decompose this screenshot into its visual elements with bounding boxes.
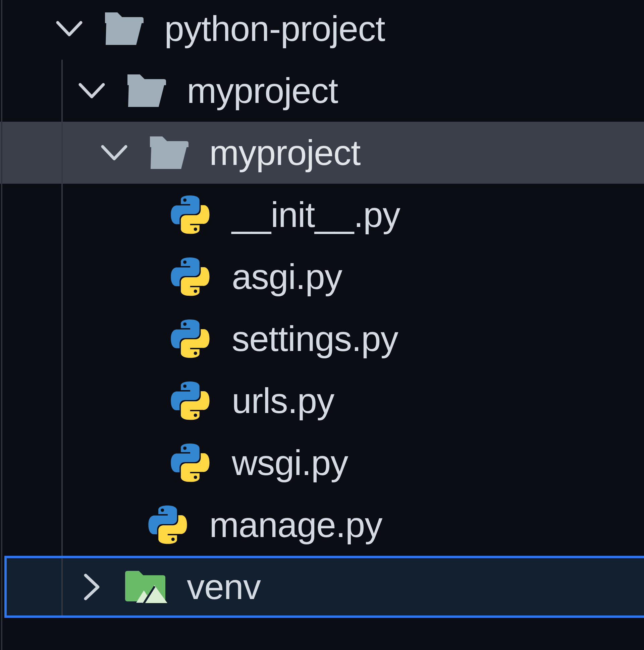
python-icon bbox=[169, 308, 211, 370]
chevron-down-icon[interactable] bbox=[100, 122, 128, 184]
tree-item-label: python-project bbox=[164, 8, 385, 49]
folder-open-icon bbox=[146, 122, 189, 184]
python-icon bbox=[169, 432, 211, 494]
tree-item-label: __init__.py bbox=[232, 194, 400, 235]
python-glyph bbox=[171, 257, 210, 296]
chevron-right-icon[interactable] bbox=[78, 556, 106, 618]
tree-item-label: myproject bbox=[187, 70, 338, 111]
indent-spacer bbox=[123, 370, 150, 432]
folder-open-glyph bbox=[146, 136, 189, 170]
folder-open-glyph bbox=[124, 74, 166, 108]
chevron-down-icon[interactable] bbox=[78, 60, 106, 122]
indent-spacer bbox=[123, 246, 150, 308]
python-icon bbox=[146, 494, 189, 556]
tree-row-manage.py[interactable]: manage.py bbox=[0, 494, 644, 556]
tree-item-label: settings.py bbox=[232, 319, 398, 359]
indent-spacer bbox=[123, 432, 150, 494]
indent-spacer bbox=[123, 184, 150, 246]
python-glyph bbox=[148, 506, 187, 544]
tree-row-urls.py[interactable]: urls.py bbox=[0, 370, 644, 432]
tree-row-settings.py[interactable]: settings.py bbox=[0, 308, 644, 370]
tree-row-asgi.py[interactable]: asgi.py bbox=[0, 246, 644, 308]
tree-item-label: manage.py bbox=[209, 505, 382, 545]
tree-row-python-project[interactable]: python-project bbox=[0, 0, 644, 60]
tree-row-wsgi.py[interactable]: wsgi.py bbox=[0, 432, 644, 494]
file-explorer-panel: python-project myproject myproject __ini… bbox=[0, 0, 644, 650]
sidebar-left-border bbox=[1, 0, 2, 650]
python-glyph bbox=[171, 443, 210, 482]
tree-item-label: urls.py bbox=[232, 381, 334, 421]
indent-spacer bbox=[123, 308, 150, 370]
python-glyph bbox=[171, 195, 210, 234]
folder-open-glyph bbox=[102, 12, 143, 46]
tree-row-__init__.py[interactable]: __init__.py bbox=[0, 184, 644, 246]
python-glyph bbox=[171, 320, 210, 358]
chevron-down-icon[interactable] bbox=[55, 0, 83, 60]
tree-item-label: asgi.py bbox=[232, 256, 342, 297]
tree-item-label: venv bbox=[187, 567, 261, 607]
folder-open-icon bbox=[102, 0, 143, 60]
folder-venv-icon bbox=[124, 556, 166, 618]
tree-row-venv[interactable]: venv bbox=[0, 556, 644, 618]
tree-item-label: wsgi.py bbox=[232, 442, 348, 483]
python-icon bbox=[169, 184, 211, 246]
folder-venv-glyph bbox=[125, 570, 170, 604]
python-icon bbox=[169, 370, 211, 432]
python-icon bbox=[169, 246, 211, 308]
tree-item-label: myproject bbox=[209, 133, 360, 173]
tree-row-myproject[interactable]: myproject bbox=[0, 60, 644, 122]
indent-spacer bbox=[100, 494, 128, 556]
python-glyph bbox=[171, 382, 210, 420]
folder-open-icon bbox=[124, 60, 166, 122]
tree-row-myproject[interactable]: myproject bbox=[0, 122, 644, 184]
